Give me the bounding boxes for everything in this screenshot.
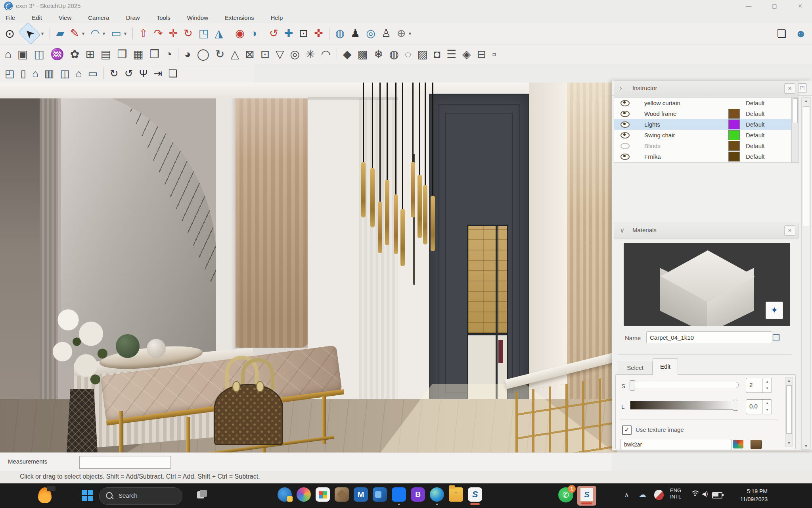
extension-icon[interactable]: ◍ <box>389 49 398 60</box>
lightness-slider-handle[interactable] <box>733 400 738 411</box>
plugin-icon[interactable]: Ψ <box>139 68 148 79</box>
tag-color-swatch[interactable] <box>728 109 740 119</box>
toolbar-separator[interactable] <box>337 48 337 60</box>
saturation-slider-handle[interactable] <box>630 380 635 391</box>
tab-edit[interactable]: Edit <box>653 358 678 375</box>
extension-icon[interactable]: ◆ <box>343 49 352 60</box>
extension-icon[interactable]: ↻ <box>215 49 224 60</box>
sync-icon[interactable]: ↻ <box>110 68 119 79</box>
section-close-icon[interactable]: ✕ <box>784 225 795 236</box>
extension-icon[interactable]: ✿ <box>70 49 79 60</box>
extension-icon[interactable]: ◫ <box>34 49 44 60</box>
select-caret-icon[interactable]: ▾ <box>41 31 44 36</box>
orbit-camera-icon[interactable]: ◍ <box>335 28 345 39</box>
extension-icon[interactable]: ◔ <box>165 49 172 60</box>
house-outline-icon[interactable]: ⌂ <box>76 68 82 79</box>
menu-item[interactable]: View <box>57 13 73 22</box>
extension-icon[interactable]: ◎ <box>290 49 300 60</box>
edit-panel-scrollbar[interactable]: ▲ ▼ <box>785 377 793 446</box>
extension-icon[interactable]: ▩ <box>357 49 368 60</box>
tray-section-header[interactable]: › Instructor ✕ <box>614 81 799 96</box>
store-icon[interactable] <box>316 487 330 502</box>
cube-app-icon[interactable] <box>335 487 349 502</box>
taskbar-search[interactable]: Search <box>99 487 182 505</box>
extension-icon[interactable]: ▨ <box>417 49 427 60</box>
saturation-slider[interactable] <box>630 382 739 388</box>
scale-tool-icon[interactable]: ◳ <box>199 28 209 39</box>
materials-section-header[interactable]: ∨ Materials ✕ <box>614 223 799 239</box>
section-close-icon[interactable]: ✕ <box>784 83 795 94</box>
door-icon[interactable]: ▯ <box>21 68 26 79</box>
extension-icon[interactable]: ◈ <box>462 49 471 60</box>
extension-icon[interactable]: ▤ <box>101 49 111 60</box>
toolbar-separator[interactable] <box>229 28 229 40</box>
followme-tool-icon[interactable]: ↷ <box>154 28 163 39</box>
duplicate-material-icon[interactable]: ❐ <box>772 333 780 343</box>
task-view-icon[interactable] <box>197 490 208 501</box>
edge-icon[interactable] <box>430 487 444 502</box>
visibility-eye-icon[interactable] <box>620 121 630 128</box>
tag-color-swatch[interactable] <box>728 119 740 129</box>
visibility-eye-icon[interactable] <box>620 154 630 160</box>
zoom-extents-icon[interactable]: ✜ <box>314 28 323 39</box>
line-caret-icon[interactable]: ▾ <box>82 31 85 36</box>
look-around-icon[interactable]: ◎ <box>366 28 375 39</box>
flip-tool-icon[interactable]: ◮ <box>214 28 223 39</box>
extension-icon[interactable]: ◯ <box>197 49 209 60</box>
extension-icon[interactable]: ▽ <box>276 49 284 60</box>
tags-scrollbar[interactable] <box>791 97 799 163</box>
extension-icon[interactable]: ✳ <box>306 49 315 60</box>
texture-file-input[interactable] <box>620 439 732 450</box>
tags-scrollbar-thumb[interactable] <box>793 98 798 123</box>
measurements-input[interactable] <box>79 456 171 469</box>
saturation-spinbox[interactable]: 2 ▴▾ <box>746 378 772 393</box>
sample-material-icon[interactable]: ◑ <box>251 28 257 39</box>
zoom-window-icon[interactable]: ⊡ <box>299 28 308 39</box>
extension-icon[interactable]: ⊡ <box>260 49 270 60</box>
scroll-up-icon[interactable]: ▲ <box>802 98 810 104</box>
menu-item[interactable]: Extensions <box>223 13 255 22</box>
menu-item[interactable]: Edit <box>30 13 44 22</box>
extension-icon[interactable]: ❒ <box>149 49 159 60</box>
sample-paint-button[interactable]: ✦ <box>766 302 783 319</box>
extension-icon[interactable]: ▫ <box>492 49 496 60</box>
tag-row[interactable]: Frnika Default <box>614 151 791 162</box>
visibility-eye-icon[interactable] <box>620 100 630 106</box>
pushpull-tool-icon[interactable]: ⇧ <box>139 28 148 39</box>
extension-icon[interactable]: ⊞ <box>85 49 94 60</box>
tray-chevron-icon[interactable]: ∧ <box>624 491 629 498</box>
file-explorer-icon[interactable] <box>449 487 463 502</box>
lightness-slider[interactable] <box>630 401 737 410</box>
rectangle-caret-icon[interactable]: ▾ <box>124 31 127 36</box>
user-account-icon[interactable]: ☻ <box>795 29 806 39</box>
extension-icon[interactable]: ◕ <box>184 49 191 60</box>
rectangle-icon[interactable]: ▭ <box>88 68 98 79</box>
visibility-eye-icon[interactable] <box>620 143 630 149</box>
extension-icon[interactable]: ⊟ <box>477 49 486 60</box>
spinner-arrows-icon[interactable]: ▴▾ <box>762 400 772 414</box>
outlook-icon[interactable] <box>373 487 387 502</box>
move-tool-icon[interactable]: ✛ <box>169 28 178 39</box>
tag-row[interactable]: Wood frame Default <box>614 108 791 119</box>
tag-color-swatch[interactable] <box>728 141 740 151</box>
component-icon[interactable]: ◰ <box>5 68 15 79</box>
extension-icon[interactable]: △ <box>231 49 239 60</box>
arc-tool-icon[interactable]: ◠ <box>90 28 100 39</box>
pan-tool-icon[interactable]: ✚ <box>284 28 293 39</box>
new-document-icon[interactable]: ❏ <box>777 29 786 39</box>
select-tool-icon[interactable]: ➤ <box>18 22 40 44</box>
material-name-input[interactable] <box>646 331 772 343</box>
menu-item[interactable]: File <box>4 13 17 22</box>
toolbar-separator[interactable] <box>178 48 178 60</box>
position-camera-icon[interactable]: ♟ <box>350 28 360 39</box>
maximize-button[interactable]: ▢ <box>762 0 786 12</box>
arc-caret-icon[interactable]: ▾ <box>103 31 105 36</box>
toolbar-separator[interactable] <box>103 67 104 79</box>
weather-widget-icon[interactable] <box>38 487 52 503</box>
sketchup-icon[interactable] <box>468 487 482 502</box>
rotate-view-icon[interactable]: ↺ <box>269 28 278 39</box>
extension-icon[interactable]: ⌂ <box>5 49 11 60</box>
extension-icon[interactable]: ◌ <box>405 49 412 60</box>
start-button[interactable] <box>82 490 94 502</box>
eraser-tool-icon[interactable]: ▰ <box>56 28 64 39</box>
